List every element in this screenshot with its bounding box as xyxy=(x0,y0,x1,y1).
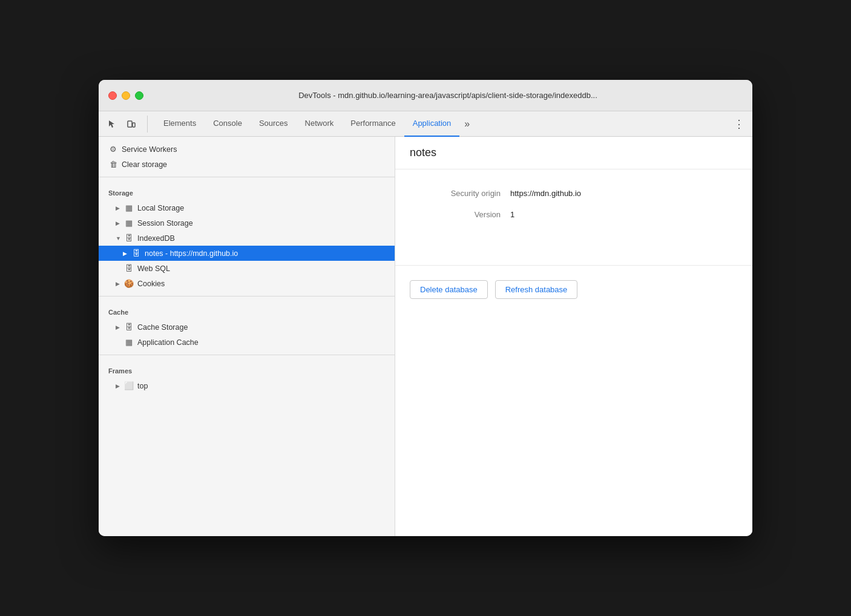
trash-icon: 🗑 xyxy=(108,160,118,169)
sidebar-item-application-cache[interactable]: ▦ Application Cache xyxy=(99,335,395,350)
divider-1 xyxy=(99,177,395,177)
frame-icon: ⬜ xyxy=(124,381,134,390)
panel-divider xyxy=(395,265,752,266)
chevron-right-icon: ▶ xyxy=(123,251,129,257)
cursor-icon xyxy=(107,119,117,129)
websql-icon: 🗄 xyxy=(124,264,134,273)
tab-network[interactable]: Network xyxy=(297,111,343,137)
panel-title: notes xyxy=(395,137,752,169)
gear-icon: ⚙ xyxy=(108,145,118,154)
sidebar-item-service-workers[interactable]: ⚙ Service Workers xyxy=(99,142,395,157)
sidebar-item-cookies[interactable]: ▶ 🍪 Cookies xyxy=(99,276,395,291)
sidebar-item-local-storage[interactable]: ▶ ▦ Local Storage xyxy=(99,200,395,215)
sidebar-item-indexeddb[interactable]: ▼ 🗄 IndexedDB xyxy=(99,231,395,246)
tab-application[interactable]: Application xyxy=(404,111,460,137)
main-content: ⚙ Service Workers 🗑 Clear storage Storag… xyxy=(99,137,752,536)
app-cache-icon: ▦ xyxy=(124,338,134,347)
security-origin-label: Security origin xyxy=(410,189,501,198)
sidebar-item-session-storage[interactable]: ▶ ▦ Session Storage xyxy=(99,215,395,231)
local-storage-icon: ▦ xyxy=(124,203,134,212)
devtools-window: DevTools - mdn.github.io/learning-area/j… xyxy=(99,80,752,536)
database-icon: 🗄 xyxy=(131,249,141,258)
action-buttons: Delete database Refresh database xyxy=(395,280,752,299)
device-toolbar-button[interactable] xyxy=(123,116,140,133)
cookies-icon: 🍪 xyxy=(124,279,134,288)
tab-elements[interactable]: Elements xyxy=(155,111,205,137)
chevron-right-icon: ▶ xyxy=(116,383,122,389)
version-value: 1 xyxy=(510,210,514,219)
maximize-button[interactable] xyxy=(135,91,143,100)
frames-section-label: Frames xyxy=(99,360,395,378)
chevron-down-icon: ▼ xyxy=(116,235,122,241)
svg-rect-1 xyxy=(133,123,135,127)
security-origin-row: Security origin https://mdn.github.io xyxy=(410,189,738,198)
delete-database-button[interactable]: Delete database xyxy=(410,280,488,299)
divider-3 xyxy=(99,355,395,355)
sidebar-item-cache-storage[interactable]: ▶ 🗄 Cache Storage xyxy=(99,319,395,335)
sidebar-item-notes-db[interactable]: ▶ 🗄 notes - https://mdn.github.io xyxy=(99,246,395,261)
chevron-right-icon: ▶ xyxy=(116,324,122,330)
cache-section-label: Cache xyxy=(99,301,395,319)
sidebar: ⚙ Service Workers 🗑 Clear storage Storag… xyxy=(99,137,395,536)
close-button[interactable] xyxy=(108,91,117,100)
storage-section-label: Storage xyxy=(99,182,395,200)
version-row: Version 1 xyxy=(410,210,738,219)
more-tabs-button[interactable]: » xyxy=(459,111,475,137)
indexeddb-icon: 🗄 xyxy=(124,234,134,243)
window-title: DevTools - mdn.github.io/learning-area/j… xyxy=(153,91,743,100)
toolbar-icons xyxy=(104,116,148,133)
chevron-right-icon: ▶ xyxy=(116,281,122,287)
inspect-element-button[interactable] xyxy=(104,116,120,133)
device-icon xyxy=(126,119,136,129)
traffic-lights xyxy=(108,91,143,100)
tab-console[interactable]: Console xyxy=(205,111,251,137)
cache-storage-icon: 🗄 xyxy=(124,323,134,332)
devtools-menu-button[interactable]: ⋮ xyxy=(731,116,748,133)
chevron-right-icon: ▶ xyxy=(116,220,122,226)
tab-bar: Elements Console Sources Network Perform… xyxy=(155,111,731,137)
sidebar-item-top-frame[interactable]: ▶ ⬜ top xyxy=(99,378,395,393)
title-bar: DevTools - mdn.github.io/learning-area/j… xyxy=(99,80,752,111)
tab-performance[interactable]: Performance xyxy=(342,111,404,137)
panel-body: Security origin https://mdn.github.io Ve… xyxy=(395,169,752,251)
security-origin-value: https://mdn.github.io xyxy=(510,189,581,198)
divider-2 xyxy=(99,296,395,297)
minimize-button[interactable] xyxy=(122,91,130,100)
toolbar: Elements Console Sources Network Perform… xyxy=(99,111,752,137)
refresh-database-button[interactable]: Refresh database xyxy=(495,280,578,299)
version-label: Version xyxy=(410,210,501,219)
panel: notes Security origin https://mdn.github… xyxy=(395,137,752,536)
svg-rect-0 xyxy=(128,121,132,127)
sidebar-item-clear-storage[interactable]: 🗑 Clear storage xyxy=(99,157,395,172)
chevron-right-icon: ▶ xyxy=(116,205,122,211)
sidebar-item-websql[interactable]: 🗄 Web SQL xyxy=(99,261,395,276)
session-storage-icon: ▦ xyxy=(124,218,134,228)
tab-sources[interactable]: Sources xyxy=(251,111,297,137)
